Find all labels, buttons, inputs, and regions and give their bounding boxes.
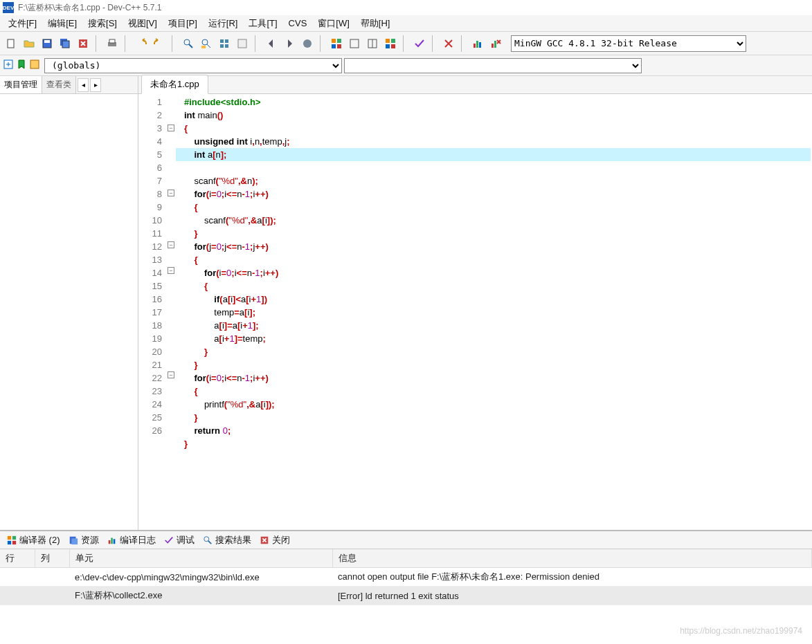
menu-project[interactable]: 项目[P]: [164, 16, 201, 31]
svg-rect-10: [201, 46, 206, 48]
svg-rect-42: [111, 537, 113, 544]
window-title: F:\蓝桥杯\未命名1.cpp - Dev-C++ 5.7.1: [18, 2, 161, 14]
svg-rect-21: [350, 39, 359, 48]
svg-rect-20: [337, 44, 341, 48]
find-icon[interactable]: [180, 35, 197, 52]
app-icon: DEV: [3, 2, 14, 13]
btab-search[interactable]: 搜索结果: [200, 533, 254, 548]
svg-rect-36: [12, 535, 16, 539]
delete-icon[interactable]: [440, 35, 457, 52]
compiler-messages[interactable]: 行 列 单元 信息 e:\dev-c\dev-cpp\mingw32\mingw…: [0, 549, 812, 644]
col-col[interactable]: 列: [35, 549, 69, 568]
svg-rect-19: [332, 44, 336, 48]
fold-column[interactable]: −−−−−: [166, 94, 176, 530]
col-line[interactable]: 行: [0, 549, 35, 568]
menu-run[interactable]: 运行[R]: [204, 16, 242, 31]
insert-icon[interactable]: [3, 59, 14, 72]
col-unit[interactable]: 单元: [69, 549, 332, 568]
svg-rect-30: [479, 42, 481, 48]
undo-icon[interactable]: [133, 35, 150, 52]
nav-back-icon[interactable]: [263, 35, 280, 52]
grid1-icon[interactable]: [328, 35, 345, 52]
btab-debug[interactable]: 调试: [161, 533, 197, 548]
symbol-select[interactable]: [344, 58, 642, 73]
menu-file[interactable]: 文件[F]: [4, 16, 41, 31]
toolbar-main: MinGW GCC 4.8.1 32-bit Release: [0, 32, 812, 55]
debug-icon[interactable]: [487, 35, 504, 52]
tab-nav-next-icon[interactable]: ▸: [90, 78, 101, 92]
col-msg[interactable]: 信息: [332, 549, 812, 568]
left-tabs: 项目管理 查看类 ◂ ▸: [0, 76, 138, 94]
svg-rect-7: [109, 39, 115, 43]
svg-rect-35: [8, 535, 11, 539]
replace-icon[interactable]: [198, 35, 215, 52]
btab-resources[interactable]: 资源: [66, 533, 102, 548]
svg-rect-28: [473, 44, 476, 48]
svg-rect-25: [391, 39, 395, 43]
menu-edit[interactable]: 编辑[E]: [44, 16, 81, 31]
check-icon[interactable]: [411, 35, 428, 52]
svg-rect-41: [108, 540, 110, 544]
table-row[interactable]: F:\蓝桥杯\collect2.exe[Error] ld returned 1…: [0, 587, 812, 605]
menu-search[interactable]: 搜索[S]: [84, 16, 121, 31]
open-file-icon[interactable]: [21, 35, 37, 52]
redo-icon[interactable]: [151, 35, 168, 52]
menu-cvs[interactable]: CVS: [285, 17, 312, 30]
svg-rect-24: [386, 39, 390, 43]
svg-rect-29: [476, 41, 478, 48]
file-tabs: 未命名1.cpp: [138, 76, 812, 94]
btab-close[interactable]: 关闭: [257, 533, 293, 548]
menu-view[interactable]: 视图[V]: [124, 16, 161, 31]
bookmark-icon[interactable]: [16, 59, 27, 72]
grid3-icon[interactable]: [364, 35, 381, 52]
run-icon[interactable]: [234, 35, 251, 52]
svg-rect-27: [391, 44, 395, 48]
bottom-tabs: 编译器 (2) 资源 编译日志 调试 搜索结果 关闭: [0, 531, 812, 549]
project-tree[interactable]: [0, 94, 138, 530]
print-icon[interactable]: [104, 35, 120, 52]
code-editor[interactable]: 1234567891011121314151617181920212223242…: [138, 94, 812, 530]
profile-icon[interactable]: [469, 35, 486, 52]
tab-project[interactable]: 项目管理: [0, 76, 42, 93]
close-icon[interactable]: [75, 35, 91, 52]
svg-rect-15: [238, 39, 246, 48]
goto-icon[interactable]: [299, 35, 316, 52]
save-icon[interactable]: [39, 35, 55, 52]
svg-rect-14: [225, 44, 228, 48]
editor-area: 未命名1.cpp 1234567891011121314151617181920…: [138, 76, 812, 530]
file-tab-active[interactable]: 未命名1.cpp: [141, 75, 208, 94]
compiler-select[interactable]: MinGW GCC 4.8.1 32-bit Release: [511, 35, 746, 52]
tab-classes[interactable]: 查看类: [42, 76, 76, 93]
menu-tools[interactable]: 工具[T]: [244, 16, 281, 31]
svg-point-44: [204, 536, 208, 541]
grid2-icon[interactable]: [346, 35, 363, 52]
save-all-icon[interactable]: [57, 35, 73, 52]
code-content[interactable]: #include<stdio.h> int main() { unsigned …: [176, 94, 812, 530]
menu-window[interactable]: 窗口[W]: [314, 16, 354, 31]
svg-rect-12: [225, 39, 228, 43]
svg-rect-26: [386, 44, 390, 48]
tab-nav-prev-icon[interactable]: ◂: [78, 78, 89, 92]
btab-compiler[interactable]: 编译器 (2): [4, 533, 63, 548]
scope-select[interactable]: (globals): [44, 58, 342, 73]
table-row[interactable]: e:\dev-c\dev-cpp\mingw32\mingw32\bin\ld.…: [0, 568, 812, 587]
nav-fwd-icon[interactable]: [281, 35, 298, 52]
svg-point-9: [202, 39, 208, 45]
svg-rect-0: [8, 39, 14, 48]
svg-rect-43: [113, 539, 115, 544]
new-file-icon[interactable]: [3, 35, 19, 52]
svg-rect-34: [30, 60, 39, 68]
svg-rect-11: [220, 39, 224, 43]
compile-icon[interactable]: [216, 35, 233, 52]
btab-compilelog[interactable]: 编译日志: [105, 533, 159, 548]
goto-bookmark-icon[interactable]: [29, 59, 40, 72]
bottom-panel: 编译器 (2) 资源 编译日志 调试 搜索结果 关闭 行 列 单元 信息 e:\…: [0, 530, 812, 644]
menubar: 文件[F] 编辑[E] 搜索[S] 视图[V] 项目[P] 运行[R] 工具[T…: [0, 15, 812, 32]
grid4-icon[interactable]: [382, 35, 399, 52]
menu-help[interactable]: 帮助[H]: [357, 16, 395, 31]
svg-rect-13: [220, 44, 224, 48]
svg-rect-2: [44, 40, 50, 43]
svg-rect-18: [337, 39, 341, 43]
svg-rect-31: [491, 44, 494, 48]
svg-rect-17: [332, 39, 336, 43]
